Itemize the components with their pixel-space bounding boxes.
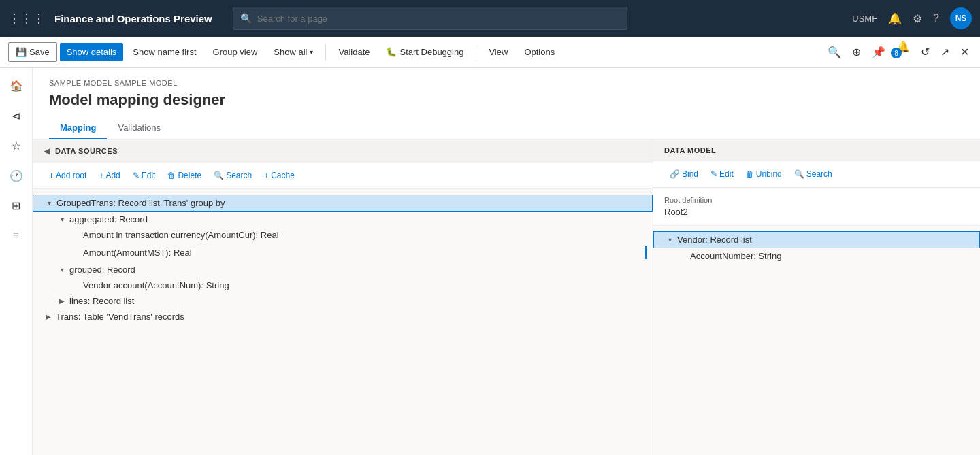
separator-1: [325, 44, 326, 61]
save-icon: 💾: [16, 47, 27, 57]
sidebar-item-modules[interactable]: ≡: [4, 223, 29, 248]
user-label: USMF: [852, 14, 877, 24]
group-view-button[interactable]: Group view: [206, 43, 265, 61]
show-name-button[interactable]: Show name first: [126, 43, 203, 61]
close-icon[interactable]: ✕: [958, 43, 972, 61]
search-input[interactable]: [257, 14, 620, 24]
avatar[interactable]: NS: [950, 7, 972, 29]
pin-icon[interactable]: 📌: [869, 43, 888, 61]
delete-icon: 🗑: [167, 171, 176, 180]
debug-icon: 🐛: [386, 47, 397, 57]
main-layout: 🏠 ⊲ ☆ 🕐 ⊞ ≡ SAMPLE MODEL SAMPLE MODEL Mo…: [0, 68, 980, 455]
model-item-account-number[interactable]: AccountNumber: String: [653, 248, 980, 264]
root-def-value: Root2: [664, 207, 969, 217]
unbind-icon: 🗑: [746, 169, 754, 179]
app-title: Finance and Operations Preview: [54, 13, 212, 24]
tree-item-lines[interactable]: ▶ lines: Record list: [33, 293, 653, 309]
tree-item-amount-cur[interactable]: Amount in transaction currency(AmountCur…: [33, 227, 653, 243]
bind-icon: 🔗: [670, 169, 680, 179]
tree-item-trans[interactable]: ▶ Trans: Table 'VendTrans' records: [33, 309, 653, 324]
data-model-toolbar: 🔗 Bind ✎ Edit 🗑 Unbind 🔍 Search: [653, 161, 980, 188]
tree-item-amount-mst[interactable]: Amount(AmountMST): Real: [33, 243, 653, 262]
help-icon[interactable]: ?: [933, 12, 939, 24]
root-definition: Root definition Root2: [653, 188, 980, 226]
expand-icon: ▾: [57, 266, 67, 273]
tab-validations[interactable]: Validations: [107, 117, 172, 139]
expand-icon: ▾: [57, 216, 67, 223]
crosshair-icon[interactable]: ⊕: [849, 43, 864, 61]
sidebar-item-workspaces[interactable]: ⊞: [4, 193, 29, 218]
sidebar-item-recent[interactable]: 🕐: [4, 163, 29, 188]
open-icon[interactable]: ↗: [938, 43, 952, 61]
bind-button[interactable]: 🔗 Bind: [664, 167, 704, 182]
expand-icon: ▾: [665, 236, 674, 243]
tree-item-grouped-trans[interactable]: ▾ GroupedTrans: Record list 'Trans' grou…: [33, 195, 653, 212]
data-model-tree: ▾ Vendor: Record list AccountNumber: Str…: [653, 226, 980, 455]
toolbar: 💾 Save Show details Show name first Grou…: [0, 37, 980, 68]
page-header: SAMPLE MODEL SAMPLE MODEL Model mapping …: [33, 68, 980, 139]
page-title: Model mapping designer: [49, 91, 964, 109]
cache-icon: +: [264, 171, 269, 180]
sidebar-item-home[interactable]: 🏠: [4, 73, 29, 98]
show-details-button[interactable]: Show details: [60, 43, 124, 61]
add-icon: +: [99, 171, 103, 180]
validate-button[interactable]: Validate: [331, 43, 376, 61]
tree-item-grouped[interactable]: ▾ grouped: Record: [33, 262, 653, 277]
notification-badge: 8: [891, 48, 902, 58]
expand-icon: ▶: [44, 313, 53, 320]
left-sidebar: 🏠 ⊲ ☆ 🕐 ⊞ ≡: [0, 68, 33, 455]
cache-button[interactable]: + Cache: [259, 168, 300, 183]
separator-2: [476, 44, 476, 61]
tab-mapping[interactable]: Mapping: [49, 117, 107, 139]
add-root-button[interactable]: + Add root: [44, 168, 92, 183]
search-toolbar-icon[interactable]: 🔍: [825, 43, 844, 61]
top-navigation: ⋮⋮⋮ Finance and Operations Preview 🔍 USM…: [0, 0, 980, 37]
data-model-panel: DATA MODEL 🔗 Bind ✎ Edit 🗑 Unbind: [653, 139, 980, 455]
add-button[interactable]: + Add: [93, 168, 125, 183]
bell-icon[interactable]: 🔔: [888, 12, 902, 25]
binding-indicator: [645, 246, 647, 259]
toolbar-right: 🔍 ⊕ 📌 🔔8 ↺ ↗ ✕: [825, 37, 972, 67]
search-button[interactable]: 🔍 Search: [208, 168, 257, 183]
refresh-icon[interactable]: ↺: [918, 43, 932, 61]
chevron-down-icon: ▾: [310, 48, 313, 56]
save-button[interactable]: 💾 Save: [8, 42, 57, 62]
delete-button[interactable]: 🗑 Delete: [162, 168, 207, 183]
data-panel: ◀ DATA SOURCES + Add root + Add ✎ Edit: [33, 139, 980, 455]
data-sources-header: ◀ DATA SOURCES: [33, 139, 653, 163]
search-bar[interactable]: 🔍: [233, 7, 627, 30]
expand-icon: ▾: [44, 199, 54, 207]
tree-item-vendor-account[interactable]: Vendor account(AccountNum): String: [33, 277, 653, 293]
data-sources-tree: ▾ GroupedTrans: Record list 'Trans' grou…: [33, 189, 653, 455]
expand-icon: ▶: [57, 297, 67, 305]
breadcrumb: SAMPLE MODEL SAMPLE MODEL: [49, 79, 964, 87]
data-sources-toolbar: + Add root + Add ✎ Edit 🗑 Delete: [33, 163, 653, 189]
show-all-button[interactable]: Show all ▾: [267, 43, 320, 61]
sidebar-item-favorites[interactable]: ☆: [4, 133, 29, 158]
settings-icon[interactable]: ⚙: [913, 12, 922, 25]
root-def-label: Root definition: [664, 196, 969, 204]
edit-model-button[interactable]: ✎ Edit: [705, 167, 739, 182]
grid-icon[interactable]: ⋮⋮⋮: [8, 11, 45, 26]
edit-icon: ✎: [133, 171, 140, 180]
search-model-button[interactable]: 🔍 Search: [789, 167, 838, 182]
notifications-icon[interactable]: 🔔8: [894, 37, 913, 67]
start-debugging-button[interactable]: 🐛 Start Debugging: [379, 43, 470, 61]
tree-item-aggregated[interactable]: ▾ aggregated: Record: [33, 212, 653, 227]
panel-collapse-btn[interactable]: ◀: [44, 146, 50, 156]
model-item-vendor[interactable]: ▾ Vendor: Record list: [653, 231, 980, 248]
unbind-button[interactable]: 🗑 Unbind: [740, 167, 787, 182]
content-area: SAMPLE MODEL SAMPLE MODEL Model mapping …: [33, 68, 980, 455]
data-model-header: DATA MODEL: [653, 139, 980, 161]
add-root-icon: +: [49, 171, 54, 180]
edit-model-icon: ✎: [710, 169, 717, 179]
options-button[interactable]: Options: [517, 43, 561, 61]
search-model-icon: 🔍: [794, 169, 804, 179]
view-button[interactable]: View: [482, 43, 514, 61]
search-icon: 🔍: [240, 13, 252, 24]
sidebar-item-filter[interactable]: ⊲: [4, 103, 29, 128]
data-sources-panel: ◀ DATA SOURCES + Add root + Add ✎ Edit: [33, 139, 653, 455]
tabs: Mapping Validations: [49, 117, 964, 139]
nav-right: USMF 🔔 ⚙ ? NS: [852, 7, 972, 29]
edit-button[interactable]: ✎ Edit: [127, 168, 161, 183]
